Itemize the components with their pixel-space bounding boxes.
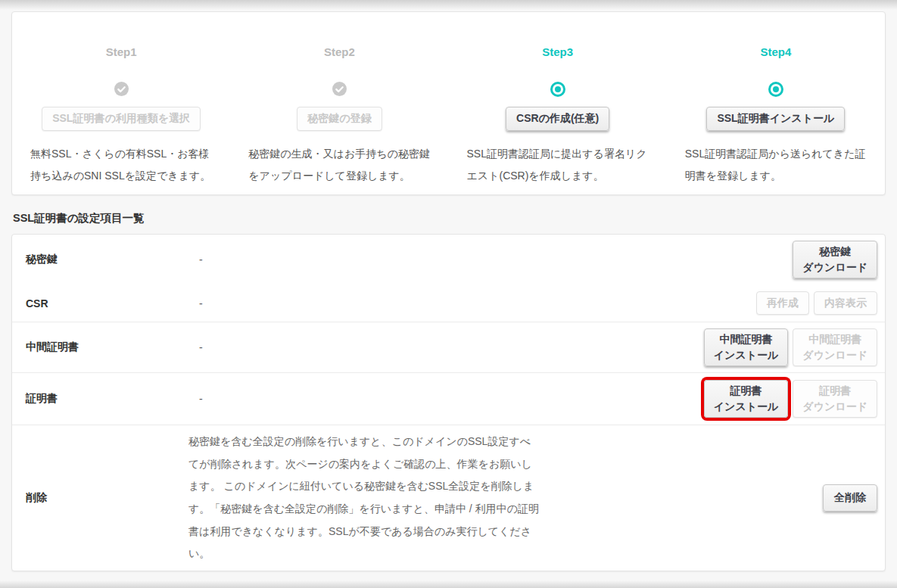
- cert-download-button[interactable]: 証明書ダウンロード: [793, 380, 877, 418]
- row-value: -: [199, 393, 704, 405]
- cert-install-button[interactable]: 証明書インストール: [704, 380, 789, 418]
- step-4-description: SSL証明書認証局から送られてきた証明書を登録します。: [685, 143, 867, 188]
- bottom-shadow: [0, 580, 897, 588]
- step-4: Step4 SSL証明書インストール SSL証明書認証局から送られてきた証明書を…: [667, 12, 885, 194]
- intermediate-cert-download-button[interactable]: 中間証明書ダウンロード: [793, 328, 877, 366]
- table-row-private-key: 秘密鍵 - 秘密鍵ダウンロード: [12, 235, 885, 285]
- table-row-delete: 削除 秘密鍵を含む全設定の削除を行いますと、このドメインのSSL設定すべてが削除…: [12, 425, 885, 571]
- intermediate-cert-install-button[interactable]: 中間証明書インストール: [704, 328, 789, 366]
- ssl-steps-card: Step1 SSL証明書の利用種類を選択 無料SSL・さくらの有料SSL・お客様…: [11, 11, 886, 195]
- register-private-key-button[interactable]: 秘密鍵の登録: [297, 107, 382, 131]
- radio-current-icon: [550, 82, 565, 97]
- radio-current-icon: [768, 82, 783, 97]
- private-key-download-button[interactable]: 秘密鍵ダウンロード: [793, 241, 877, 278]
- row-value: -: [199, 341, 704, 353]
- settings-section-title: SSL証明書の設定項目一覧: [13, 211, 145, 226]
- row-label: 秘密鍵: [26, 253, 199, 266]
- step-3-description: SSL証明書認証局に提出する署名リクエスト(CSR)を作成します。: [467, 143, 649, 188]
- step-3-title: Step3: [467, 45, 649, 58]
- step-1: Step1 SSL証明書の利用種類を選択 無料SSL・さくらの有料SSL・お客様…: [12, 12, 230, 194]
- select-ssl-type-button[interactable]: SSL証明書の利用種類を選択: [42, 107, 201, 131]
- table-row-csr: CSR - 再作成 内容表示: [12, 285, 885, 322]
- row-label: 中間証明書: [26, 341, 199, 354]
- create-csr-button[interactable]: CSRの作成(任意): [506, 107, 609, 131]
- row-value: -: [199, 254, 793, 266]
- step-2-description: 秘密鍵の生成・又はお手持ちの秘密鍵をアップロードして登録します。: [248, 143, 430, 188]
- step-1-title: Step1: [30, 45, 212, 58]
- table-row-certificate: 証明書 - 証明書インストール 証明書ダウンロード: [12, 373, 885, 425]
- delete-all-button[interactable]: 全削除: [823, 484, 877, 512]
- row-label: CSR: [26, 297, 199, 310]
- row-label: 証明書: [26, 392, 199, 406]
- delete-description: 秘密鍵を含む全設定の削除を行いますと、このドメインのSSL設定すべてが削除されま…: [188, 431, 540, 565]
- table-row-intermediate-cert: 中間証明書 - 中間証明書インストール 中間証明書ダウンロード: [12, 322, 885, 373]
- step-3: Step3 CSRの作成(任意) SSL証明書認証局に提出する署名リクエスト(C…: [449, 12, 667, 194]
- step-2-title: Step2: [248, 45, 430, 58]
- install-ssl-cert-button[interactable]: SSL証明書インストール: [706, 107, 845, 131]
- check-circle-icon: [332, 82, 347, 96]
- row-value: -: [199, 297, 756, 310]
- step-2: Step2 秘密鍵の登録 秘密鍵の生成・又はお手持ちの秘密鍵をアップロードして登…: [230, 12, 448, 194]
- top-shadow: [0, 0, 897, 10]
- check-circle-icon: [114, 82, 129, 96]
- csr-recreate-button[interactable]: 再作成: [756, 291, 809, 316]
- ssl-settings-table: 秘密鍵 - 秘密鍵ダウンロード CSR - 再作成 内容表示 中間証明書 - 中…: [11, 234, 886, 571]
- row-label: 削除: [26, 491, 188, 505]
- csr-view-button[interactable]: 内容表示: [814, 291, 877, 316]
- step-1-description: 無料SSL・さくらの有料SSL・お客様持ち込みのSNI SSLを設定できます。: [30, 143, 212, 188]
- step-4-title: Step4: [685, 45, 867, 58]
